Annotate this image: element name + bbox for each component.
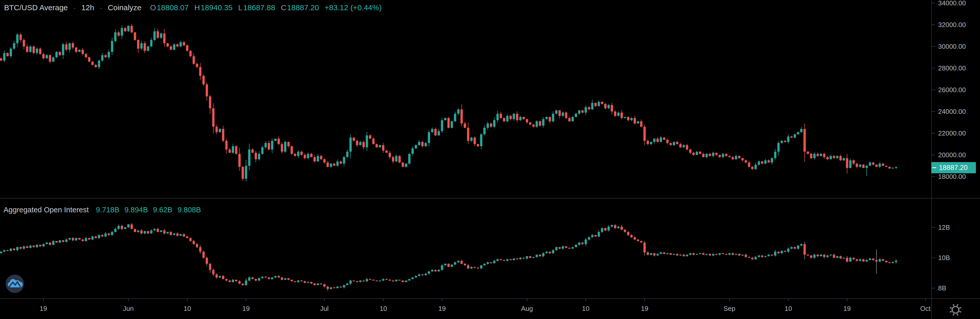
price-candle — [59, 52, 61, 55]
open_interest-candle — [278, 276, 280, 278]
open_interest-candle — [526, 256, 528, 259]
price-candle — [108, 52, 110, 57]
legend-separator: · — [73, 4, 76, 12]
open_interest-candle — [219, 276, 221, 278]
open_interest-candle — [173, 233, 175, 235]
legend-separator: · — [100, 4, 102, 12]
price-candle — [6, 53, 9, 56]
open_interest-candle — [532, 257, 535, 258]
open_interest-candle — [500, 259, 502, 260]
open_interest-candle — [382, 279, 384, 281]
open_interest-candle — [751, 258, 754, 259]
price-candle — [791, 136, 793, 138]
price-candle — [673, 142, 675, 145]
price-candle — [385, 151, 388, 153]
open_interest-candle — [803, 244, 806, 255]
open_interest-candle — [294, 281, 296, 282]
open_interest-candle — [124, 227, 126, 229]
open_interest-candle — [853, 258, 855, 259]
open_interest-candle — [346, 284, 348, 285]
open_interest-candle — [3, 250, 5, 252]
symbol-legend: BTC/USD Average · 12h · Coinalyze O 1880… — [4, 3, 382, 12]
open_interest-candle — [36, 245, 38, 247]
open_interest-candle — [865, 260, 868, 262]
oi-close-value: 9.808B — [177, 206, 201, 214]
price-candle — [869, 163, 871, 166]
price-candle — [803, 129, 806, 152]
open_interest-candle — [692, 253, 695, 255]
price-candle — [215, 127, 218, 132]
open_interest-candle — [679, 255, 682, 256]
open_interest-candle — [115, 229, 117, 232]
price-candle — [758, 162, 760, 165]
price-candle — [451, 121, 453, 128]
open_interest-candle — [360, 281, 362, 282]
price-candle — [349, 138, 352, 152]
open_interest-candle — [477, 268, 479, 268]
price-candle — [219, 129, 221, 132]
open_interest-candle — [425, 274, 427, 275]
symbol-title[interactable]: BTC/USD Average — [4, 3, 68, 12]
price-candle — [588, 107, 590, 110]
oi-tick-label: 8B — [938, 284, 946, 292]
oi-axis[interactable]: 12B10B8B — [932, 224, 950, 292]
price-candle — [360, 142, 362, 145]
price-candle — [892, 168, 894, 169]
open_interest-candle — [771, 255, 773, 256]
open_interest-candle — [180, 234, 182, 236]
price-candle — [157, 32, 159, 38]
price-candle — [484, 128, 486, 135]
price-axis[interactable]: 34000.0032000.0030000.0028000.0026000.00… — [932, 0, 966, 181]
price-candle — [245, 166, 247, 179]
price-candle — [513, 114, 515, 119]
price-candle — [330, 163, 332, 167]
open_interest-candle — [813, 255, 816, 258]
price-candle — [454, 114, 456, 121]
price-candle — [879, 163, 881, 167]
open_interest-candle — [738, 254, 740, 256]
open_interest-candle — [166, 232, 169, 233]
price-candle — [581, 111, 584, 113]
price-candle — [653, 138, 655, 142]
open_interest-candle — [781, 251, 783, 253]
price-candle — [575, 114, 577, 117]
open_interest-candle — [75, 238, 77, 240]
price-candle — [480, 134, 482, 146]
open_interest-candle — [408, 279, 410, 281]
price-candle — [372, 138, 375, 144]
price-candle — [594, 103, 597, 106]
open_interest-candle — [562, 246, 564, 249]
open_interest-candle — [882, 259, 884, 261]
open_interest-candle — [10, 249, 12, 251]
open_interest-candle — [95, 236, 97, 238]
chart-root: 34000.0032000.0030000.0028000.0026000.00… — [0, 0, 980, 319]
price-candle — [127, 26, 130, 31]
price-candle — [771, 158, 773, 163]
price-candle — [555, 111, 558, 114]
time-axis[interactable]: 19Jun1019Jul1019Aug1019Sep1019Oct — [40, 298, 931, 313]
price-candle — [591, 103, 593, 110]
oi-title[interactable]: Aggregated Open Interest — [3, 206, 89, 214]
chart-canvas[interactable]: 34000.0032000.0030000.0028000.0026000.00… — [0, 0, 980, 319]
price-candle — [183, 42, 185, 45]
source-label[interactable]: Coinalyze — [108, 3, 142, 12]
time-tick-label: 19 — [242, 305, 250, 313]
price-candle — [389, 153, 391, 157]
price-candle — [447, 118, 450, 128]
settings-gear-icon[interactable] — [948, 303, 963, 317]
price-candle — [667, 140, 669, 143]
price-candle — [101, 55, 103, 60]
price-candle — [405, 163, 407, 167]
price-candle — [764, 160, 767, 163]
coinalyze-logo[interactable] — [6, 275, 24, 293]
price-candle — [823, 154, 825, 157]
price-candle — [199, 67, 201, 76]
price-candle — [163, 33, 165, 43]
price-candle — [255, 153, 257, 160]
open_interest-candle — [555, 247, 558, 250]
price-candle — [104, 55, 107, 57]
price-candle — [853, 160, 855, 163]
open_interest-candle — [431, 270, 433, 271]
price-candle — [682, 145, 685, 148]
interval-label[interactable]: 12h — [81, 3, 94, 12]
